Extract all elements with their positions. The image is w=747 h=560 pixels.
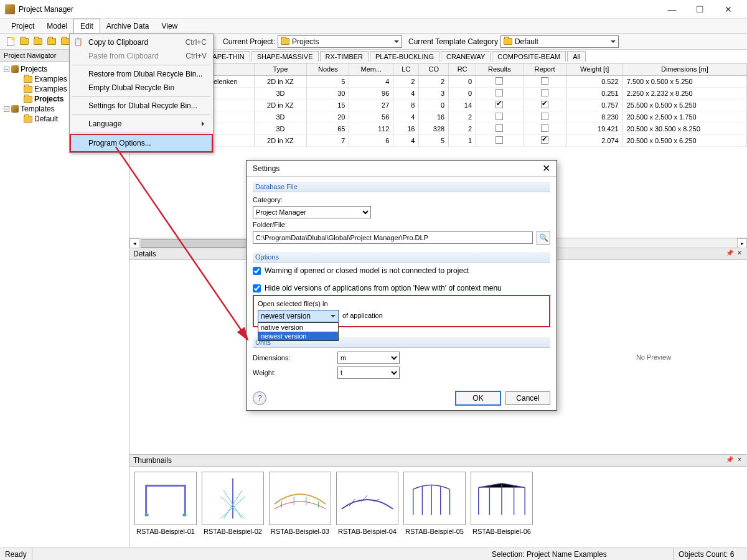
table-row[interactable]: Tensegrity3D30964300.2512.250 x 2.232 x …	[129, 87, 747, 99]
thumbnail-image	[403, 472, 466, 525]
dimensions-label: Dimensions:	[253, 354, 334, 362]
table-row[interactable]: Rahmen mit plastischen Gelenken2D in XZ5…	[129, 75, 747, 87]
thumbnail-card[interactable]: RSTAB-Beispiel-02	[202, 472, 264, 543]
dialog-close-button[interactable]: ✕	[538, 161, 554, 177]
col-mem-[interactable]: Mem...	[349, 63, 393, 75]
version-dropdown-list: native version newest version	[258, 322, 339, 341]
col-report[interactable]: Report	[523, 63, 566, 75]
menu-empty-recycle-bin[interactable]: Empty Dlubal Recycle Bin	[71, 81, 212, 95]
close-panel-icon[interactable]: ×	[736, 250, 743, 257]
menu-language[interactable]: Language	[71, 117, 212, 131]
thumbnail-label: RSTAB-Beispiel-04	[338, 528, 397, 535]
col-type[interactable]: Type	[254, 63, 307, 75]
close-button[interactable]: ✕	[714, 0, 742, 19]
col-lc[interactable]: LC	[393, 63, 419, 75]
menu-archive-data[interactable]: Archive Data	[100, 19, 156, 33]
pin-icon[interactable]: 📌	[726, 250, 733, 257]
open-selected-label: Open selected file(s) in	[258, 300, 545, 307]
menubar: Project Model Edit Archive Data View	[0, 19, 747, 34]
cancel-button[interactable]: Cancel	[505, 391, 550, 405]
module-tabstrip: RFEM RSTAB SHAPE-THIN SHAPE-MASSIVE RX-T…	[129, 50, 747, 63]
thumbnail-card[interactable]: RSTAB-Beispiel-05	[403, 472, 466, 543]
of-application-label: of application	[342, 310, 383, 319]
version-option-newest[interactable]: newest version	[258, 332, 338, 340]
menu-paste-from-clipboard: Paste from ClipboardCtrl+V	[71, 49, 212, 63]
maximize-button[interactable]: ☐	[686, 0, 714, 19]
scroll-left-icon[interactable]: ◂	[129, 238, 139, 248]
version-option-native[interactable]: native version	[258, 323, 338, 332]
folder-icon	[281, 38, 289, 45]
table-row[interactable]: Stahlhalle3D6511216328219.42120.500 x 30…	[129, 123, 747, 134]
folder-icon-3[interactable]	[46, 36, 57, 47]
window-title: Project Manager	[19, 5, 73, 14]
menu-model[interactable]: Model	[40, 19, 73, 33]
browse-icon: 🔍	[539, 233, 548, 242]
tab-shape-massive[interactable]: SHAPE-MASSIVE	[251, 51, 319, 62]
thumbnails-strip: RSTAB-Beispiel-01RSTAB-Beispiel-02RSTAB-…	[129, 467, 747, 548]
open-selected-file-group: Open selected file(s) in newest version …	[253, 295, 550, 327]
menu-restore-recycle-bin[interactable]: Restore from Dlubal Recycle Bin...	[71, 67, 212, 81]
status-ready: Ready	[0, 548, 32, 560]
tab-craneway[interactable]: CRANEWAY	[441, 51, 491, 62]
col-rc[interactable]: RC	[449, 63, 476, 75]
templates-root-icon	[11, 105, 19, 113]
edit-menu-dropdown: 📋 Copy to ClipboardCtrl+C Paste from Cli…	[69, 34, 214, 153]
pin-icon[interactable]: 📌	[726, 456, 733, 464]
menu-program-options[interactable]: Program Options...	[70, 134, 213, 152]
weight-select[interactable]: t	[337, 366, 400, 379]
category-select[interactable]: Project Manager	[253, 206, 371, 218]
thumbnail-card[interactable]: RSTAB-Beispiel-06	[471, 472, 533, 543]
collapse-icon[interactable]: −	[4, 67, 9, 72]
new-file-icon[interactable]	[5, 36, 16, 47]
ok-button[interactable]: OK	[456, 391, 500, 405]
table-row[interactable]: Hallenrahmen2D in XZ764512.07420.500 x 0…	[129, 134, 747, 146]
tab-rx-timber[interactable]: RX-TIMBER	[320, 51, 369, 62]
menu-edit[interactable]: Edit	[73, 19, 100, 33]
dimensions-select[interactable]: m	[337, 352, 400, 364]
folder-icon-2[interactable]	[32, 36, 44, 47]
titlebar: Project Manager — ☐ ✕	[0, 0, 747, 19]
template-category-combo[interactable]: Default	[500, 35, 619, 48]
tab-all[interactable]: All	[567, 51, 586, 62]
version-dropdown[interactable]: newest version native version newest ver…	[258, 310, 339, 322]
menu-view[interactable]: View	[155, 19, 184, 33]
statusbar: Ready Selection: Project Name Examples O…	[0, 548, 747, 560]
browse-button[interactable]: 🔍	[537, 231, 550, 245]
thumbnail-card[interactable]: RSTAB-Beispiel-03	[269, 472, 331, 543]
current-project-label: Current Project:	[223, 37, 275, 46]
option-warning-checkbox[interactable]: Warning if opened or closed model is not…	[253, 266, 550, 275]
folder-icon	[24, 96, 32, 103]
thumbnail-card[interactable]: RSTAB-Beispiel-01	[134, 472, 197, 543]
section-database-file: Database File	[253, 182, 550, 192]
table-row[interactable]: Scherenbinder2D in XZ152780140.75725.500…	[129, 99, 747, 111]
menu-settings-recycle-bin[interactable]: Settings for Dlubal Recycle Bin...	[71, 99, 212, 113]
menu-copy-to-clipboard[interactable]: 📋 Copy to ClipboardCtrl+C	[71, 35, 212, 49]
collapse-icon[interactable]: −	[4, 106, 9, 112]
svg-rect-0	[145, 514, 149, 516]
help-button[interactable]: ?	[253, 391, 266, 405]
folder-file-input[interactable]	[253, 231, 533, 244]
folder-icon	[24, 76, 32, 83]
thumbnail-label: RSTAB-Beispiel-05	[405, 528, 464, 535]
folder-icon-1[interactable]	[19, 36, 30, 47]
minimize-button[interactable]: —	[658, 0, 686, 19]
table-row[interactable]: 3D205641628.23020.500 x 2.500 x 1.750	[129, 111, 747, 123]
section-options: Options	[253, 252, 550, 263]
col-co[interactable]: CO	[419, 63, 449, 75]
tab-composite-beam[interactable]: COMPOSITE-BEAM	[492, 51, 566, 62]
current-project-combo[interactable]: Projects	[278, 35, 402, 48]
weight-label: Weight:	[253, 369, 334, 376]
folder-icon	[504, 38, 512, 45]
menu-project[interactable]: Project	[5, 19, 40, 33]
no-preview-label: No Preview	[560, 260, 747, 454]
option-hide-old-checkbox[interactable]: Hide old versions of applications from o…	[253, 284, 550, 292]
thumbnail-card[interactable]: RSTAB-Beispiel-04	[336, 472, 398, 543]
col-results[interactable]: Results	[476, 63, 524, 75]
col-weight-t-[interactable]: Weight [t]	[566, 63, 622, 75]
tab-plate-buckling[interactable]: PLATE-BUCKLING	[370, 51, 439, 62]
thumbnail-label: RSTAB-Beispiel-02	[204, 528, 262, 535]
close-panel-icon[interactable]: ×	[736, 456, 743, 464]
col-nodes[interactable]: Nodes	[307, 63, 349, 75]
col-dimensions-m-[interactable]: Dimensions [m]	[622, 63, 746, 75]
scroll-right-icon[interactable]: ▸	[737, 238, 747, 248]
